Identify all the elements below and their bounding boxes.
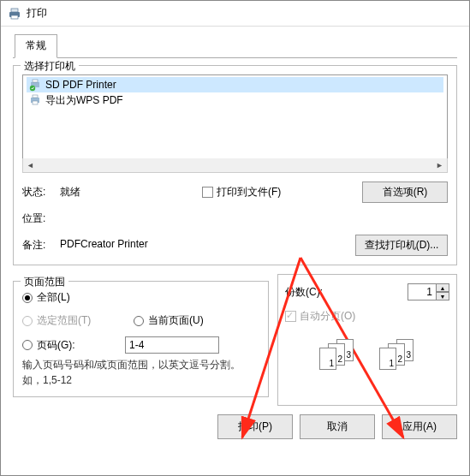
print-button[interactable]: 打印(P) [217, 414, 293, 439]
status-value: 就绪 [60, 185, 80, 199]
tab-general[interactable]: 常规 [15, 34, 57, 58]
collate-label: 自动分页(O) [300, 309, 355, 324]
radio-icon [22, 293, 33, 303]
svg-rect-8 [33, 101, 38, 104]
printer-item[interactable]: 导出为WPS PDF [27, 92, 443, 108]
radio-pages-label: 页码(G): [37, 338, 75, 353]
spinner-up-button[interactable]: ▲ [437, 283, 449, 292]
printer-icon [28, 93, 42, 107]
printer-item-label: SD PDF Printer [45, 79, 116, 91]
apply-button[interactable]: 应用(A) [382, 414, 457, 439]
titlebar: 打印 [1, 1, 469, 27]
scroll-right-button[interactable]: ► [432, 158, 447, 172]
printer-list-hscrollbar[interactable]: ◄ ► [22, 158, 448, 173]
svg-rect-4 [33, 80, 38, 82]
svg-rect-1 [11, 9, 18, 12]
spinner-down-button[interactable]: ▼ [437, 292, 449, 300]
status-label: 状态: [22, 185, 60, 199]
print-to-file-checkbox[interactable]: 打印到文件(F) [202, 185, 313, 199]
tabstrip: 常规 [13, 33, 457, 58]
page-stack-icon: 3 2 1 [319, 339, 355, 373]
copies-spinner[interactable]: 1 ▲ ▼ [408, 283, 449, 300]
dialog-content: 常规 选择打印机 SD PDF Printer [1, 27, 469, 451]
radio-current-label: 当前页面(U) [148, 313, 204, 328]
printer-default-icon [28, 78, 42, 92]
scroll-left-button[interactable]: ◄ [23, 158, 38, 172]
page-stack-icon: 3 2 1 [379, 339, 415, 373]
printer-icon [8, 7, 21, 21]
cancel-button[interactable]: 取消 [300, 414, 375, 439]
location-label: 位置: [22, 211, 60, 226]
svg-rect-2 [11, 15, 18, 19]
printer-legend: 选择打印机 [21, 59, 79, 74]
copies-value[interactable]: 1 [408, 283, 437, 300]
checkbox-checked-icon [285, 311, 296, 322]
radio-icon [22, 340, 33, 350]
window-title: 打印 [27, 6, 47, 21]
radio-icon [22, 316, 33, 326]
radio-selection: 选定范围(T) [22, 313, 116, 328]
copies-label: 份数(C): [285, 285, 323, 300]
print-to-file-label: 打印到文件(F) [217, 185, 281, 199]
radio-current-page[interactable]: 当前页面(U) [134, 313, 204, 328]
copies-fieldset: 份数(C): 1 ▲ ▼ 自动分页(O) 3 2 1 [277, 274, 457, 406]
printer-list[interactable]: SD PDF Printer 导出为WPS PDF [22, 74, 448, 158]
radio-icon [134, 316, 144, 326]
printer-item[interactable]: SD PDF Printer [27, 77, 443, 92]
radio-pages[interactable]: 页码(G): [22, 338, 116, 353]
radio-selection-label: 选定范围(T) [37, 313, 91, 328]
preferences-button[interactable]: 首选项(R) [362, 181, 448, 203]
collate-preview: 3 2 1 3 2 1 [285, 339, 449, 373]
svg-rect-7 [33, 95, 38, 98]
range-hint: 输入页码号码和/或页面范围，以英文逗号分割。如，1,5-12 [22, 357, 259, 388]
radio-all[interactable]: 全部(L) [22, 290, 259, 305]
comment-label: 备注: [22, 238, 60, 253]
radio-all-label: 全部(L) [37, 290, 70, 305]
page-range-fieldset: 页面范围 全部(L) 选定范围(T) 当前页面(U) 页码(G): [13, 281, 269, 397]
checkbox-box-icon [202, 187, 213, 198]
pages-input[interactable] [125, 336, 219, 354]
sheet-icon: 1 [379, 348, 396, 370]
find-printer-button[interactable]: 查找打印机(D)... [355, 235, 448, 256]
sheet-icon: 1 [319, 348, 336, 370]
range-legend: 页面范围 [21, 275, 68, 289]
collate-checkbox: 自动分页(O) [285, 309, 449, 324]
comment-value: PDFCreator Printer [60, 238, 148, 253]
dialog-footer: 打印(P) 取消 应用(A) [13, 406, 457, 439]
printer-item-label: 导出为WPS PDF [45, 93, 123, 108]
printer-fieldset: 选择打印机 SD PDF Printer [13, 65, 457, 265]
